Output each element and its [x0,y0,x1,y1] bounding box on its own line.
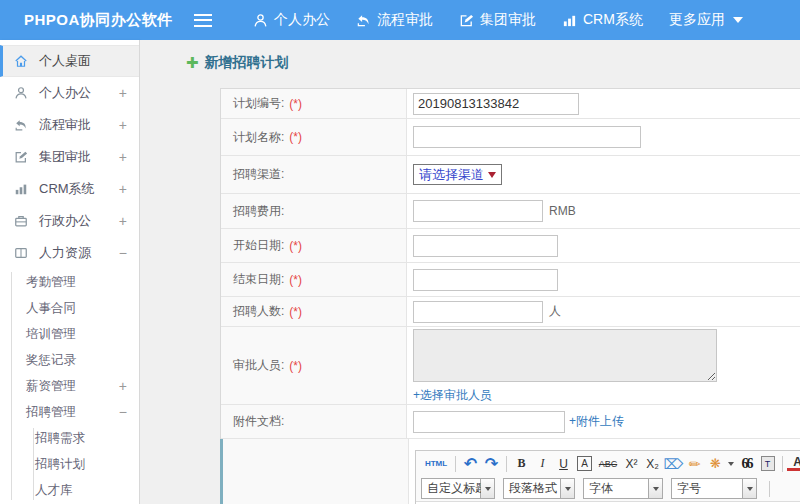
plus-icon: ✚ [186,54,199,72]
sidebar-item-hr-contract[interactable]: 人事合同 [0,295,139,321]
plan-name-input[interactable] [413,126,641,148]
required-marker: (*) [289,97,302,111]
autotypeset-icon[interactable]: A [577,456,592,471]
expand-plus-icon[interactable]: + [119,378,127,394]
sidebar-item-training[interactable]: 培训管理 [0,321,139,347]
cost-input[interactable] [413,200,543,222]
hamburger-menu-icon[interactable] [194,14,212,27]
blockquote-icon[interactable]: 66 [736,454,757,474]
sidebar-item-hr[interactable]: 人力资源 − [0,237,139,269]
caret-down-icon[interactable] [743,478,757,499]
sidebar-item-recruit-plan[interactable]: 招聘计划 [0,451,139,477]
nav-item-group-approval[interactable]: 集团审批 [446,0,549,40]
expand-plus-icon[interactable]: + [119,149,127,165]
attachment-input[interactable] [413,411,565,433]
expand-plus-icon[interactable]: + [119,213,127,229]
nav-menu: 个人办公 流程审批 集团审批 CRM系统 更多应用 [240,0,756,40]
channel-select[interactable]: 请选择渠道 [413,164,502,185]
sidebar-item-label: 个人办公 [39,84,119,102]
sidebar-item-admin-office[interactable]: 行政办公 + [0,205,139,237]
caret-down-icon[interactable] [561,478,575,499]
editor-toolbar-row2: 自定义标题 段落格式 字体 [416,476,800,501]
custom-title-select[interactable]: 自定义标题 [421,478,495,499]
html-source-button[interactable]: HTML [421,454,451,474]
sidebar-item-talent-pool[interactable]: 人才库 [0,477,139,503]
caret-down-icon [728,462,734,466]
sidebar-item-recruit-need[interactable]: 招聘需求 [0,425,139,451]
brand-title: PHPOA协同办公软件 [0,11,162,30]
nav-item-more-apps[interactable]: 更多应用 [656,0,756,40]
format-wand-icon[interactable]: ❋ [705,454,726,474]
font-color-icon[interactable]: A [787,456,800,471]
field-label-text: 招聘渠道: [233,166,284,183]
required-marker: (*) [289,130,302,144]
person-icon [14,86,30,100]
format-wand-dropdown[interactable]: ❋ [705,454,734,474]
select-approver-link[interactable]: +选择审批人员 [413,387,492,404]
sidebar-item-personal-office[interactable]: 个人办公 + [0,77,139,109]
italic-icon[interactable]: I [532,454,553,474]
sidebar-item-rewards[interactable]: 奖惩记录 [0,347,139,373]
eraser-icon[interactable]: ⌦ [663,454,684,474]
paragraph-format-select[interactable]: 段落格式 [503,478,575,499]
undo-icon[interactable]: ↶ [460,454,481,474]
toolbar-divider [455,456,456,472]
nav-item-crm[interactable]: CRM系统 [549,0,656,40]
nav-item-label: 个人办公 [274,11,330,29]
sidebar-item-label: 培训管理 [26,326,127,343]
field-label-text: 开始日期: [233,237,284,254]
sidebar-item-salary[interactable]: 薪资管理 + [0,373,139,399]
font-family-select[interactable]: 字体 [583,478,663,499]
expand-plus-icon[interactable]: + [119,85,127,101]
nav-item-personal-office[interactable]: 个人办公 [240,0,343,40]
attachment-upload-link[interactable]: +附件上传 [569,413,624,430]
expand-plus-icon[interactable]: + [119,117,127,133]
field-label: 结束日期: (*) [221,263,407,296]
nav-item-label: 集团审批 [480,11,536,29]
plan-no-input[interactable] [413,93,579,115]
underline-icon[interactable]: U [553,454,574,474]
sidebar-item-crm[interactable]: CRM系统 + [0,173,139,205]
main-content: ✚ 新增招聘计划 计划编号: (*) 计划名称: (*) [140,40,800,504]
collapse-minus-icon[interactable]: − [119,245,127,261]
sidebar-item-label: 个人桌面 [39,52,127,70]
field-label-text: 附件文档: [233,413,284,430]
chart-icon [14,182,30,196]
collapse-minus-icon[interactable]: − [119,404,127,420]
required-marker: (*) [289,359,302,373]
field-label: 招聘费用: [221,194,407,228]
toolbar-divider [782,456,783,472]
form-row-approvers: 审批人员: (*) +选择审批人员 [221,327,800,405]
format-brush-icon[interactable]: ✏ [684,454,705,474]
caret-down-icon[interactable] [649,478,663,499]
approver-textarea[interactable] [413,329,717,382]
rich-text-editor: HTML ↶ ↷ B I U A ABC X² [415,450,800,504]
font-color-dropdown[interactable]: A [787,456,800,471]
caret-down-icon[interactable] [481,478,495,499]
paste-icon[interactable]: T [761,456,775,471]
editor-toolbar-row1: HTML ↶ ↷ B I U A ABC X² [416,451,800,476]
subscript-icon[interactable]: X₂ [642,454,663,474]
sidebar-item-recruit-mgmt[interactable]: 招聘管理 − [0,399,139,425]
form-row-end-date: 结束日期: (*) [221,263,800,297]
start-date-input[interactable] [413,235,558,257]
headcount-input[interactable] [413,301,543,323]
strikethrough-icon[interactable]: ABC [595,454,621,474]
expand-plus-icon[interactable]: + [119,181,127,197]
person-icon [253,13,268,28]
top-navbar: PHPOA协同办公软件 个人办公 流程审批 集团审批 [0,0,800,40]
sidebar-item-attendance[interactable]: 考勤管理 [0,269,139,295]
end-date-input[interactable] [413,269,558,291]
form-row-cost: 招聘费用: RMB [221,194,800,229]
font-size-select[interactable]: 字号 [671,478,757,499]
edit-icon [459,13,474,28]
bold-icon[interactable]: B [511,454,532,474]
nav-item-workflow-approval[interactable]: 流程审批 [343,0,446,40]
sidebar-item-label: CRM系统 [39,180,119,198]
sidebar-item-group-approval[interactable]: 集团审批 + [0,141,139,173]
sidebar: 个人桌面 个人办公 + 流程审批 + 集团审批 [0,40,140,504]
sidebar-item-desktop[interactable]: 个人桌面 [0,45,139,77]
sidebar-item-workflow-approval[interactable]: 流程审批 + [0,109,139,141]
redo-icon[interactable]: ↷ [481,454,502,474]
superscript-icon[interactable]: X² [621,454,642,474]
